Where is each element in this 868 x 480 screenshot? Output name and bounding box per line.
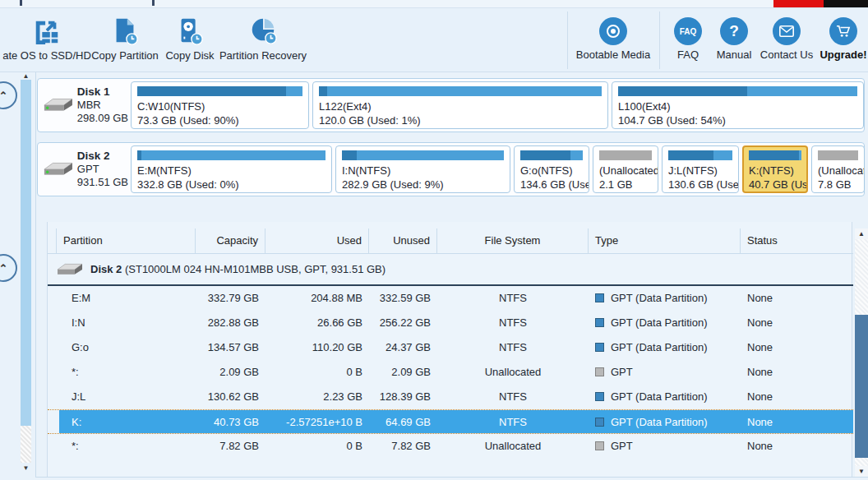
- partition-usage-bar: [319, 86, 602, 96]
- toolbar-item-bootable-media[interactable]: Bootable Media: [569, 16, 658, 69]
- cell-used: 2.23 GB: [265, 385, 369, 409]
- cell-unused: 2.09 GB: [369, 360, 437, 385]
- clipped-menu-mark: [20, 0, 22, 6]
- toolbar-item-upgrade[interactable]: Upgrade!: [815, 16, 868, 69]
- table-row[interactable]: G:o134.57 GB110.20 GB24.37 GBNTFSGPT (Da…: [48, 335, 853, 360]
- column-header-status[interactable]: Status: [741, 228, 853, 253]
- column-header-capacity[interactable]: Capacity: [196, 228, 265, 253]
- cell-partition: J:L: [57, 385, 196, 409]
- toolbar-item-copy-disk[interactable]: Copy Disk: [161, 16, 219, 69]
- partition-tile[interactable]: C:W10(NTFS)73.3 GB (Used: 90%): [131, 81, 309, 129]
- partition-tile[interactable]: K:(NTFS)40.7 GB (Us: [742, 145, 808, 193]
- collapse-table-button[interactable]: ⌃: [0, 254, 17, 282]
- manual-icon: ?: [720, 17, 748, 45]
- partition-tile-label: K:(NTFS): [749, 164, 801, 178]
- partition-usage-bar: [342, 150, 504, 160]
- partition-tile-label: (Unallocated: [599, 164, 652, 178]
- toolbar-item-partition-recovery[interactable]: Partition Recovery: [218, 16, 308, 69]
- toolbar-item-contact-us[interactable]: Contact Us: [758, 16, 815, 69]
- disk-2-label[interactable]: Disk 2 GPT 931.51 GB: [38, 143, 128, 196]
- table-rows: E:M332.79 GB204.88 MB332.59 GBNTFSGPT (D…: [48, 286, 853, 459]
- cell-status: None: [741, 360, 853, 385]
- cell-file-system: NTFS: [437, 286, 589, 311]
- cell-used: 0 B: [265, 434, 369, 459]
- contact-us-icon: [773, 17, 801, 45]
- content-divider: [35, 72, 36, 477]
- table-row[interactable]: E:M332.79 GB204.88 MB332.59 GBNTFSGPT (D…: [48, 286, 853, 311]
- table-row[interactable]: *:2.09 GB0 B2.09 GBUnallocatedGPTNone: [48, 360, 853, 385]
- partition-usage-bar: [520, 150, 583, 160]
- disk-group-row[interactable]: Disk 2 (ST1000LM 024 HN-M101MBB USB, GPT…: [48, 254, 853, 284]
- cell-partition: K:: [57, 410, 196, 435]
- cell-type: GPT (Data Partition): [589, 286, 741, 311]
- row-gutter: [48, 286, 57, 311]
- cell-unused: 64.69 GB: [369, 410, 437, 435]
- cell-capacity: 134.57 GB: [196, 335, 265, 360]
- table-row[interactable]: K:40.73 GB-2.57251e+10 B64.69 GBNTFSGPT …: [48, 409, 853, 434]
- cell-file-system: NTFS: [437, 335, 589, 360]
- collapse-diskmap-button[interactable]: ⌃: [0, 81, 17, 109]
- right-scrollbar-thumb[interactable]: [855, 315, 868, 458]
- cell-status: None: [741, 311, 853, 335]
- left-scrollbar-thumb[interactable]: [21, 80, 31, 426]
- scroll-down-icon[interactable]: ▼: [855, 466, 868, 477]
- cell-unused: 256.22 GB: [369, 311, 437, 335]
- cell-file-system: NTFS: [437, 385, 589, 409]
- scroll-up-icon[interactable]: ▲: [21, 72, 31, 80]
- partition-tile-label: I:N(NTFS): [342, 164, 504, 178]
- right-scrollbar[interactable]: ▲ ▼: [855, 228, 868, 477]
- disk-1-label[interactable]: Disk 1 MBR 298.09 GB: [38, 79, 128, 132]
- column-header-file-system[interactable]: File System: [437, 228, 589, 253]
- table-row[interactable]: J:L130.62 GB2.23 GB128.39 GBNTFSGPT (Dat…: [48, 385, 853, 409]
- table-row[interactable]: *:7.82 GB0 B7.82 GBUnallocatedGPTNone: [48, 434, 853, 459]
- table-header: Partition Capacity Used Unused File Syst…: [48, 228, 853, 253]
- toolbar-label: Contact Us: [758, 48, 815, 61]
- partition-tile-label: G:o(NTFS): [520, 164, 583, 178]
- column-header-partition[interactable]: Partition: [57, 228, 196, 253]
- row-gutter: [48, 360, 57, 385]
- left-scrollbar[interactable]: ▲ ▼: [21, 72, 31, 477]
- cell-capacity: 332.79 GB: [196, 286, 265, 311]
- cell-unused: 332.59 GB: [369, 286, 437, 311]
- scroll-down-icon[interactable]: ▼: [21, 464, 31, 473]
- partition-usage-bar: [599, 150, 652, 160]
- partition-tile-label: L100(Ext4): [618, 99, 857, 113]
- copy-disk-icon: [174, 16, 205, 46]
- partition-usage-bar: [137, 150, 326, 160]
- toolbar-label: Bootable Media: [569, 48, 658, 61]
- left-scrollbar-track[interactable]: [21, 426, 31, 463]
- cell-status: None: [741, 410, 853, 435]
- partition-tile-info: 120.0 GB (Used: 1%): [319, 113, 602, 127]
- partition-tile[interactable]: I:N(NTFS)282.9 GB (Used: 9%): [335, 145, 510, 193]
- partition-usage-bar: [618, 86, 857, 96]
- partition-tile[interactable]: (Unallocated7.8 GB: [811, 145, 865, 193]
- cell-status: None: [741, 385, 853, 409]
- partition-tile[interactable]: G:o(NTFS)134.6 GB (Used: [514, 145, 589, 193]
- column-header-unused[interactable]: Unused: [369, 228, 437, 253]
- partition-tile[interactable]: (Unallocated2.1 GB: [593, 145, 658, 193]
- cell-used: 204.88 MB: [265, 286, 369, 311]
- bootable-media-icon: [599, 17, 627, 45]
- toolbar-item-faq[interactable]: FAQ FAQ: [667, 16, 709, 69]
- cell-used: -2.57251e+10 B: [265, 410, 369, 435]
- partition-tile[interactable]: J:L(NTFS)130.6 GB (Used: [662, 145, 739, 193]
- scroll-up-icon[interactable]: ▲: [855, 228, 868, 239]
- partition-type-icon: [595, 441, 604, 450]
- toolbar-item-manual[interactable]: ? Manual: [710, 16, 758, 69]
- toolbar-item-migrate-os[interactable]: ate OS to SSD/HD: [0, 16, 94, 69]
- column-header-type[interactable]: Type: [589, 228, 741, 253]
- partition-tile-info: 40.7 GB (Us: [749, 178, 801, 192]
- partition-tile[interactable]: E:M(NTFS)332.8 GB (Used: 0%): [131, 145, 332, 193]
- toolbar-separator: [659, 12, 660, 69]
- toolbar-item-copy-partition[interactable]: Copy Partition: [89, 16, 161, 69]
- disk-size: 931.51 GB: [77, 176, 128, 189]
- partition-used-fill: [618, 86, 747, 96]
- cell-type: GPT (Data Partition): [589, 335, 741, 360]
- cell-used: 0 B: [265, 360, 369, 385]
- partition-tile[interactable]: L122(Ext4)120.0 GB (Used: 1%): [312, 81, 608, 129]
- partition-tile[interactable]: L100(Ext4)104.7 GB (Used: 54%): [612, 81, 864, 129]
- cell-status: None: [741, 335, 853, 360]
- table-row[interactable]: I:N282.88 GB26.66 GB256.22 GBNTFSGPT (Da…: [48, 311, 853, 335]
- column-header-used[interactable]: Used: [265, 228, 369, 253]
- partition-tile-info: 130.6 GB (Used: [668, 178, 732, 192]
